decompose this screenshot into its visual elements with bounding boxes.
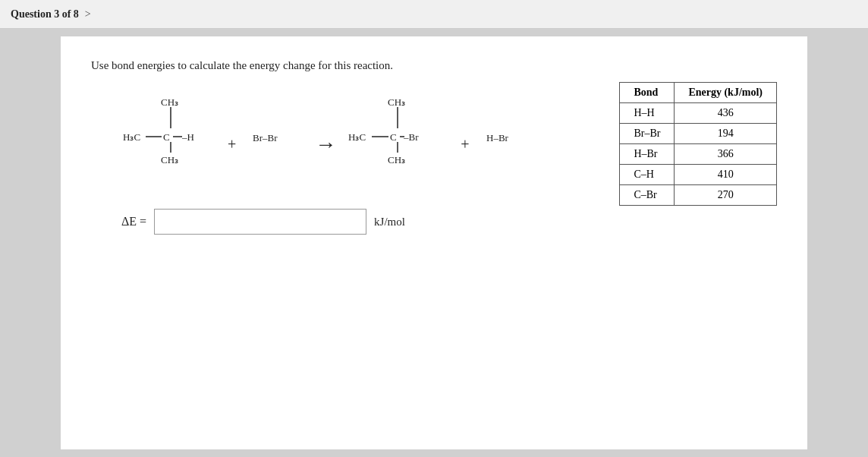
reactant-1-svg: CH₃ H₃C C –H CH₃ <box>121 95 212 178</box>
top-bar: Question 3 of 8 > <box>0 0 868 29</box>
chevron-right-icon: > <box>85 8 91 20</box>
bond-name: Br–Br <box>620 124 675 144</box>
svg-text:H₃C: H₃C <box>123 131 140 143</box>
svg-text:CH₃: CH₃ <box>388 96 405 108</box>
bond-col-header: Bond <box>620 83 675 103</box>
delta-unit: kJ/mol <box>374 216 405 228</box>
reactant-2: Br–Br <box>251 121 304 152</box>
plus-1: + <box>223 136 241 153</box>
plus-2: + <box>456 136 473 153</box>
bond-energy: 194 <box>675 124 777 144</box>
svg-text:CH₃: CH₃ <box>388 154 405 165</box>
instructions-text: Use bond energies to calculate the energ… <box>91 59 777 72</box>
svg-text:H₃C: H₃C <box>348 131 366 143</box>
svg-text:–H: –H <box>181 131 194 143</box>
svg-text:C: C <box>390 131 397 143</box>
bond-energy: 436 <box>675 103 777 124</box>
bond-table-row: H–Br366 <box>620 144 777 165</box>
bond-name: C–H <box>620 165 675 185</box>
bond-table-row: C–Br270 <box>620 185 777 206</box>
bond-name: C–Br <box>620 185 675 206</box>
bond-energy-table: Bond Energy (kJ/mol) H–H436Br–Br194H–Br3… <box>619 82 777 206</box>
bond-energy: 270 <box>675 185 777 206</box>
main-content: Use bond energies to calculate the energ… <box>61 36 807 449</box>
svg-text:Br–Br: Br–Br <box>253 132 278 143</box>
energy-col-header: Energy (kJ/mol) <box>675 83 777 103</box>
question-label: Question 3 of 8 <box>11 8 79 20</box>
delta-input[interactable] <box>154 209 366 235</box>
svg-text:–Br: –Br <box>403 131 419 143</box>
bond-name: H–Br <box>620 144 675 165</box>
product-1: CH₃ H₃C C –Br CH₃ <box>347 95 445 178</box>
product-2-svg: H–Br <box>485 121 530 152</box>
reactant-1: CH₃ H₃C C –H CH₃ <box>121 95 212 178</box>
svg-text:CH₃: CH₃ <box>161 154 178 165</box>
bond-table-row: H–H436 <box>620 103 777 124</box>
bond-table-row: C–H410 <box>620 165 777 185</box>
svg-text:C: C <box>163 131 170 143</box>
delta-area: ΔE = kJ/mol <box>121 209 777 235</box>
bond-energy: 366 <box>675 144 777 165</box>
bond-table-row: Br–Br194 <box>620 124 777 144</box>
reaction-arrow: → <box>315 132 336 156</box>
bond-name: H–H <box>620 103 675 124</box>
reactant-2-svg: Br–Br <box>251 121 304 152</box>
product-2: H–Br <box>485 121 530 152</box>
product-1-svg: CH₃ H₃C C –Br CH₃ <box>347 95 445 178</box>
bond-energy: 410 <box>675 165 777 185</box>
svg-text:H–Br: H–Br <box>486 132 509 143</box>
delta-label: ΔE = <box>121 215 146 228</box>
svg-text:CH₃: CH₃ <box>161 96 178 108</box>
